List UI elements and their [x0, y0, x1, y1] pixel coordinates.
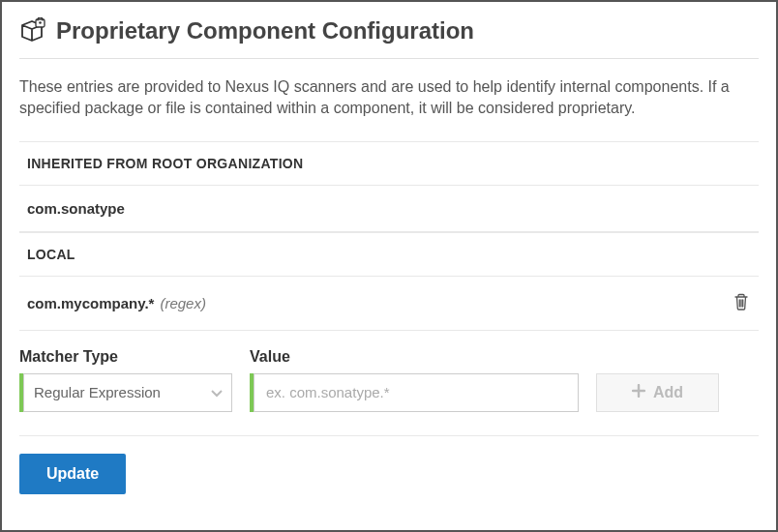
svg-point-1	[39, 21, 42, 24]
value-label: Value	[250, 348, 579, 366]
box-lock-icon	[19, 17, 46, 44]
add-matcher-form: Matcher Type Regular Expression Value Ad…	[19, 331, 759, 436]
matcher-type-label: Matcher Type	[19, 348, 232, 366]
panel-title: Proprietary Component Configuration	[56, 17, 474, 44]
update-button[interactable]: Update	[19, 454, 126, 494]
entry-regex-label: (regex)	[160, 295, 206, 311]
add-button-label: Add	[653, 384, 683, 401]
panel-description: These entries are provided to Nexus IQ s…	[19, 59, 759, 141]
plus-icon	[632, 384, 645, 401]
list-item: com.mycompany.* (regex)	[19, 277, 759, 331]
list-item: com.sonatype	[19, 186, 759, 232]
trash-icon	[733, 299, 749, 313]
inherited-section-header: INHERITED FROM ROOT ORGANIZATION	[19, 141, 759, 186]
delete-button[interactable]	[732, 291, 751, 315]
add-button[interactable]: Add	[596, 373, 719, 412]
entry-value: com.mycompany.*	[27, 295, 154, 311]
update-button-label: Update	[46, 465, 99, 482]
entry-value: com.sonatype	[27, 200, 125, 217]
panel-footer: Update	[19, 436, 759, 494]
matcher-type-select[interactable]: Regular Expression	[23, 373, 232, 412]
local-section-header: LOCAL	[19, 232, 759, 277]
value-input[interactable]	[254, 373, 579, 412]
panel-header: Proprietary Component Configuration	[19, 17, 759, 59]
